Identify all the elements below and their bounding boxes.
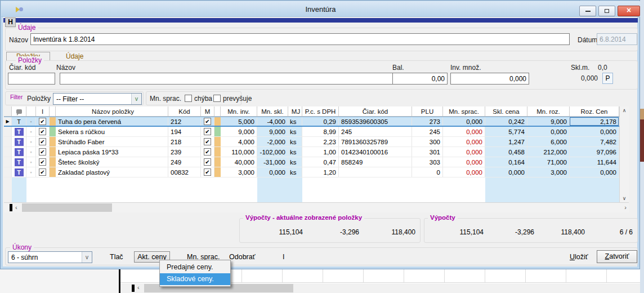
table-row[interactable]: T◦✔Zakladač plastový00832✔3,0000,000ks1,… [4,167,619,177]
checkbox-checked[interactable]: ✔ [39,138,46,145]
table-row[interactable]: T◦✔Štetec školský249✔40,000-31,000ks0,47… [4,157,619,167]
title-bar[interactable]: Inventúra × [1,1,640,17]
row-selector [4,127,12,136]
odobrat-button[interactable]: Odobrať [229,253,255,261]
column-header-kod[interactable]: Kód [168,106,201,116]
menu-item[interactable]: Predajné ceny. [160,261,230,273]
checkbox-checked[interactable]: ✔ [39,118,46,125]
row-selector [4,137,12,146]
h-tab[interactable]: H [5,17,16,27]
column-header-ciar-kod[interactable]: Čiar. kód [339,106,412,116]
table-row[interactable]: T◦✔Sekera s rúčkou194✔9,0009,000ks8,9924… [4,127,619,137]
cell-name: Štetec školský [56,157,168,167]
row-selector [4,157,12,167]
zatvorit-button[interactable]: Zatvoriť [597,250,637,263]
status-strip [50,127,56,136]
column-header-mn-roz[interactable]: Mn. roz. [527,106,570,116]
minimize-button[interactable] [579,6,596,16]
checkbox-checked[interactable]: ✔ [204,118,211,125]
column-header-roz-cena[interactable]: Roz. Cen [570,106,619,116]
cell-roz-cena: 97,096 [570,147,619,157]
status-strip [214,127,221,136]
column-header-i[interactable]: I [36,106,50,116]
column-header-mj[interactable]: MJ [288,106,302,116]
tab-udaje[interactable]: Údaje [66,52,83,60]
checkbox-checked[interactable]: ✔ [204,168,211,176]
cell-mn-roz: 9,000 [527,117,570,126]
cell-name: Sekera s rúčkou [56,127,168,136]
checkbox-checked[interactable]: ✔ [204,158,211,166]
checkbox-checked[interactable]: ✔ [204,138,211,145]
checkbox-checked[interactable]: ✔ [39,148,46,156]
checkbox-checked[interactable]: ✔ [204,128,211,135]
grid-vscrollbar[interactable]: ∧ ∨ [619,106,629,202]
column-header-mn-skl[interactable]: Mn. skl. [257,106,288,116]
chevron-down-icon[interactable]: v [82,252,92,263]
cell-skl-cena: 0,242 [485,117,527,126]
column-header-mn-inv[interactable]: Mn. inv. [221,106,257,116]
cell-mn-skl: -2,000 [257,137,288,146]
close-button[interactable]: × [618,6,640,16]
vypocty-visible-v2: -3,296 [303,228,359,236]
column-header-nazov[interactable]: Názov položky [56,106,168,116]
grid-hscrollbar[interactable]: ‹ › [4,202,629,212]
scroll-up-icon[interactable]: ∧ [620,108,629,113]
grid-header-row: I Názov položky Kód M Mn. inv. Mn. skl. … [4,106,619,117]
table-row[interactable]: ▶T◦✔Tuha do pera červená212✔5,000-4,000k… [4,117,619,127]
column-header-pc-s-dph[interactable]: P.c. s DPH [302,106,339,116]
inv-mnoz-input[interactable] [450,73,529,85]
table-row[interactable]: T◦✔Lepiaca páska 19*33239✔110,000-102,00… [4,147,619,157]
chevron-down-icon[interactable]: v [131,94,141,104]
vypocty-all-v3: 118,400 [534,228,585,236]
type-badge: T [15,138,24,146]
scroll-down-icon[interactable]: ∨ [620,196,629,201]
column-header-plu[interactable]: PLU [412,106,443,116]
ukony-select[interactable]: 6 - súhrn v [8,251,92,263]
type-cell: T [12,117,26,126]
grid-scroll-thumb[interactable] [22,203,112,212]
row-selector [4,167,12,177]
checkbox-checked[interactable]: ✔ [39,128,46,135]
cell-plu: 301 [412,147,443,157]
header-dot[interactable] [26,106,36,116]
table-row[interactable]: T◦✔Strúhadlo Faber218✔4,000-2,000ks2,237… [4,137,619,147]
checkbox-checked[interactable]: ✔ [39,168,46,176]
i-checkbox-cell: ✔ [36,127,50,136]
scroll-left-icon[interactable]: ‹ [15,204,17,211]
p-button[interactable]: P [602,73,613,84]
scroll-left-icon[interactable]: ‹ [137,284,140,291]
prevysuje-checkbox[interactable] [213,95,221,102]
ciar-kod-label: Čiar. kód [9,64,35,72]
status-strip [50,147,56,157]
background-scroll-mark [132,285,135,292]
nazov-input[interactable] [30,33,570,45]
tlac-button[interactable]: Tlač [110,253,123,261]
ulozit-button[interactable]: Uložiť [570,253,588,261]
bal-input[interactable] [392,73,448,85]
cell-ciar-kod: 0142340100016 [339,147,412,157]
column-header-mn-sprac[interactable]: Mn. sprac. [443,106,485,116]
status-strip [50,157,56,167]
window-title: Inventúra [1,5,640,14]
filter-select[interactable]: -- Filter -- v [53,93,142,105]
cell-roz-cena: 11,644 [570,157,619,167]
item-name-input[interactable] [60,73,397,85]
column-header-m[interactable]: M [201,106,214,116]
vypocty-all-v1: 115,104 [430,228,484,236]
checkbox-checked[interactable]: ✔ [204,148,211,156]
cell-name: Lepiaca páska 19*33 [56,147,168,157]
barcode-input[interactable] [8,73,55,85]
chyba-checkbox[interactable] [185,95,192,102]
cell-ciar-kod: 8593539600305 [339,117,412,126]
header-balloon[interactable] [12,106,26,116]
grid-scroll-mark [10,204,12,211]
cell-skl-cena: 1,247 [485,137,527,146]
menu-item[interactable]: Skladové ceny. [160,273,230,285]
cell-ciar-kod: 245 [339,127,412,136]
scroll-right-icon[interactable]: › [624,204,627,211]
i-button[interactable]: I [283,253,284,261]
cell-mn-sprac: 0,000 [443,167,485,177]
column-header-skl-cena[interactable]: Skl. cena [485,106,527,116]
checkbox-checked[interactable]: ✔ [39,158,46,166]
maximize-button[interactable] [598,6,615,16]
